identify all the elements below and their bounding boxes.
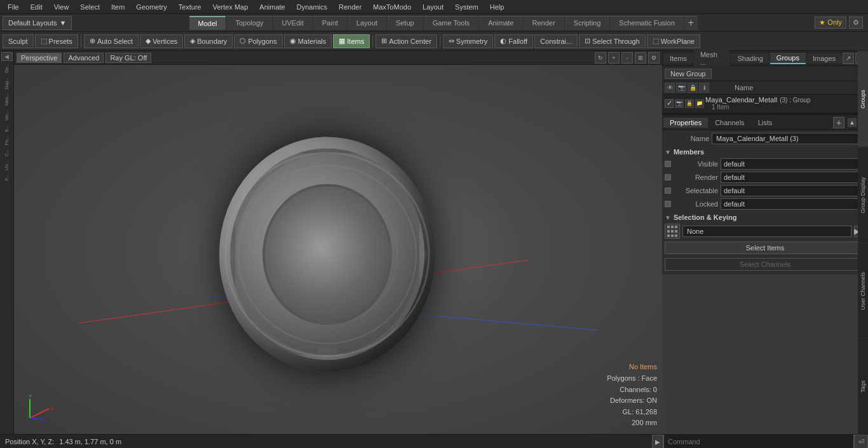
tab-mesh[interactable]: Mesh ... (694, 50, 731, 67)
left-tool-polygon[interactable]: Po... (4, 134, 9, 147)
tab-shading[interactable]: Shading (731, 53, 769, 64)
add-layout-tab-button[interactable]: + (684, 16, 698, 30)
sculpt-button[interactable]: Sculpt (3, 34, 34, 48)
viewport-rotate-icon[interactable]: ↻ (595, 52, 606, 64)
menu-vertex-map[interactable]: Vertex Map (208, 2, 254, 12)
menu-system[interactable]: System (450, 2, 484, 12)
vtab-groups[interactable]: Groups (858, 51, 868, 147)
settings-icon[interactable]: ⚙ (849, 17, 863, 29)
tab-paint[interactable]: Paint (313, 16, 347, 30)
viewport-zoom-in-icon[interactable]: + (608, 52, 620, 64)
tab-render[interactable]: Render (523, 16, 564, 30)
name-input[interactable] (712, 133, 865, 144)
tab-groups[interactable]: Groups (770, 53, 806, 64)
symmetry-button[interactable]: ⇔Symmetry (443, 34, 494, 48)
action-center-button[interactable]: ⊞Action Center (376, 34, 437, 48)
locked-select[interactable]: default (721, 198, 865, 210)
presets-button[interactable]: ⬚Presets (35, 34, 78, 48)
command-exec-button[interactable]: ⏎ (854, 435, 868, 448)
vtab-user-channels[interactable]: User Channels (858, 243, 868, 339)
select-through-button[interactable]: ⊡Select Through (579, 34, 645, 48)
tab-images[interactable]: Images (806, 53, 842, 64)
tab-animate[interactable]: Animate (479, 16, 522, 30)
command-input[interactable] (663, 435, 854, 448)
info-icon[interactable]: ℹ (699, 83, 709, 93)
left-tool-vertex[interactable]: Ver... (4, 109, 9, 123)
left-tool-duplicate[interactable]: Dup... (4, 76, 9, 92)
select-items-button[interactable]: Select Items (665, 241, 865, 254)
list-item[interactable]: ✓ 📷 🔒 📁 Maya_Calendar_Metall (3) : Group (662, 95, 868, 112)
selectable-select[interactable]: default (721, 185, 865, 196)
popout-icon[interactable]: ↗ (843, 53, 854, 64)
polygons-button[interactable]: ⬡Polygons (234, 34, 282, 48)
left-tool-edge[interactable]: E... (4, 123, 9, 134)
tab-uvedit[interactable]: UVEdit (273, 16, 313, 30)
tab-game-tools[interactable]: Game Tools (424, 16, 479, 30)
left-tool-toggle[interactable]: ◀ (1, 52, 13, 61)
menu-animate[interactable]: Animate (254, 2, 290, 12)
menu-maxtomodo[interactable]: MaxToModo (368, 2, 416, 12)
layout-dropdown[interactable]: Default Layouts ▼ (3, 16, 72, 30)
materials-button[interactable]: ◉Materials (284, 34, 332, 48)
menu-help[interactable]: Help (485, 2, 510, 12)
group-visibility-check[interactable]: ✓ (665, 99, 674, 108)
star-only-button[interactable]: ★ Only (815, 17, 846, 29)
tab-channels[interactable]: Channels (709, 118, 750, 128)
menu-select[interactable]: Select (75, 2, 105, 12)
tab-model[interactable]: Model (189, 16, 226, 30)
boundary-button[interactable]: ◈Boundary (184, 34, 233, 48)
left-tool-mesh[interactable]: Mes... (4, 92, 9, 107)
perspective-tag[interactable]: Perspective (17, 53, 62, 63)
tab-items[interactable]: Items (663, 53, 693, 64)
visible-select[interactable]: default (721, 158, 865, 170)
new-group-button[interactable]: New Group (665, 69, 712, 79)
command-arrow-icon[interactable]: ▶ (652, 435, 663, 448)
tab-setup[interactable]: Setup (387, 16, 423, 30)
eye-icon[interactable]: 👁 (665, 83, 675, 93)
menu-render[interactable]: Render (334, 2, 367, 12)
tab-schematic-fusion[interactable]: Schematic Fusion (610, 16, 683, 30)
selectable-select-wrapper[interactable]: default (721, 185, 865, 196)
render-icon[interactable]: 📷 (676, 83, 686, 93)
tab-scripting[interactable]: Scripting (565, 16, 610, 30)
vtab-group-display[interactable]: Group Display (858, 147, 868, 243)
menu-file[interactable]: File (3, 2, 24, 12)
menu-edit[interactable]: Edit (25, 2, 48, 12)
left-tool-f[interactable]: F... (4, 173, 9, 182)
menu-texture[interactable]: Texture (173, 2, 207, 12)
viewport-settings-icon[interactable]: ⚙ (648, 52, 660, 64)
menu-layout[interactable]: Layout (417, 2, 449, 12)
resize-up-icon[interactable]: ▲ (848, 118, 857, 127)
menu-dynamics[interactable]: Dynamics (292, 2, 332, 12)
menu-geometry[interactable]: Geometry (131, 2, 172, 12)
sel-keying-section-header[interactable]: ▼ Selection & Keying (665, 212, 865, 222)
left-tool-deform[interactable]: De... (4, 62, 9, 75)
ray-gl-tag[interactable]: Ray GL: Off (105, 53, 151, 63)
menu-item[interactable]: Item (106, 2, 130, 12)
viewport-zoom-out-icon[interactable]: - (621, 52, 633, 64)
tab-layout[interactable]: Layout (348, 16, 386, 30)
render-select[interactable]: default (721, 172, 865, 183)
falloff-button[interactable]: ◐Falloff (494, 34, 533, 48)
tab-properties[interactable]: Properties (663, 118, 708, 128)
lock-icon[interactable]: 🔒 (688, 83, 698, 93)
menu-view[interactable]: View (49, 2, 74, 12)
items-button[interactable]: ▦Items (333, 34, 370, 48)
left-tool-c[interactable]: C... (4, 147, 9, 158)
advanced-tag[interactable]: Advanced (64, 53, 104, 63)
vertices-button[interactable]: ◆Vertices (140, 34, 183, 48)
none-input[interactable] (682, 226, 851, 237)
workplane-button[interactable]: ⬚WorkPlane (647, 34, 701, 48)
tab-topology[interactable]: Topology (226, 16, 272, 30)
auto-select-button[interactable]: ⊕Auto Select (84, 34, 139, 48)
left-tool-uv[interactable]: UV... (4, 159, 9, 172)
vtab-tags[interactable]: Tags (858, 338, 868, 434)
viewport-fit-icon[interactable]: ⊞ (635, 52, 646, 64)
select-channels-button[interactable]: Select Channels (665, 258, 865, 271)
viewport-3d[interactable]: X Y Z No Items Polygons : Face Channels:… (14, 65, 662, 434)
constraints-button[interactable]: Constrai... (534, 34, 578, 48)
render-select-wrapper[interactable]: default (721, 172, 865, 183)
locked-select-wrapper[interactable]: default (721, 198, 865, 210)
visible-select-wrapper[interactable]: default (721, 158, 865, 170)
add-tab-button[interactable]: + (833, 117, 844, 128)
